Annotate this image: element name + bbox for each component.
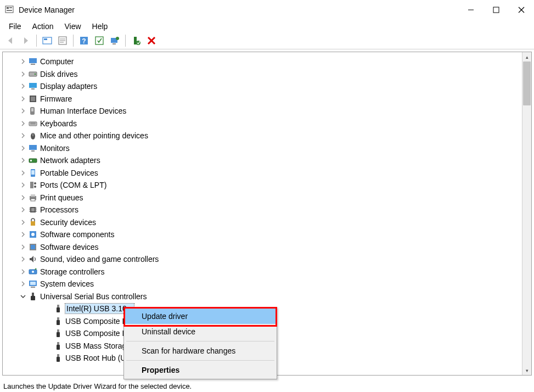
svg-rect-67 <box>30 282 36 285</box>
svg-rect-75 <box>57 329 59 332</box>
device-category[interactable]: Human Interface Devices <box>3 105 522 117</box>
device-category[interactable]: Ports (COM & LPT) <box>3 179 522 192</box>
tree-item-label: Monitors <box>40 144 70 153</box>
chevron-right-icon[interactable] <box>19 70 27 78</box>
svg-rect-80 <box>57 357 60 362</box>
context-menu-item[interactable]: Uninstall device <box>125 324 276 339</box>
device-category[interactable]: Universal Serial Bus controllers <box>3 290 522 303</box>
toolbar-properties-button[interactable] <box>55 33 70 48</box>
keyboard-icon <box>28 119 38 128</box>
device-category[interactable]: Display adapters <box>3 80 522 93</box>
chevron-right-icon[interactable] <box>19 268 27 276</box>
mouse-icon <box>28 131 38 141</box>
forward-button[interactable] <box>19 33 33 48</box>
tree-item-label: Ports (COM & LPT) <box>40 181 106 189</box>
device-category[interactable]: Monitors <box>3 142 522 155</box>
tree-item-label: USB Composite D <box>65 317 128 326</box>
chevron-right-icon[interactable] <box>19 231 27 238</box>
chevron-down-icon[interactable] <box>19 293 27 300</box>
chevron-right-icon[interactable] <box>19 144 27 152</box>
device-category[interactable]: Storage controllers <box>3 266 522 278</box>
device-category[interactable]: Processors <box>3 204 522 216</box>
chevron-right-icon[interactable] <box>19 169 27 177</box>
display-icon <box>28 81 38 91</box>
svg-rect-28 <box>29 83 37 88</box>
chevron-right-icon[interactable] <box>19 219 27 226</box>
device-category[interactable]: Software components <box>3 228 522 241</box>
chevron-right-icon[interactable] <box>19 58 27 65</box>
scan-button[interactable] <box>92 33 106 48</box>
chevron-right-icon[interactable] <box>19 156 27 164</box>
scroll-down-arrow[interactable]: ▾ <box>522 366 531 375</box>
svg-point-47 <box>34 186 36 188</box>
chevron-right-icon[interactable] <box>19 243 27 251</box>
device-category[interactable]: Mice and other pointing devices <box>3 130 522 142</box>
tree-item-label: Human Interface Devices <box>40 107 126 115</box>
menu-help[interactable]: Help <box>87 21 114 32</box>
svg-rect-40 <box>31 150 35 152</box>
tree-item-label: Display adapters <box>40 82 97 91</box>
ports-icon <box>28 180 38 190</box>
close-button[interactable] <box>509 0 534 20</box>
chevron-right-icon[interactable] <box>44 342 52 350</box>
menu-action[interactable]: Action <box>27 21 59 32</box>
device-category[interactable]: Keyboards <box>3 117 522 130</box>
device-category[interactable]: Portable Devices <box>3 167 522 180</box>
scrollbar-thumb[interactable] <box>523 61 531 105</box>
chevron-right-icon[interactable] <box>19 120 27 127</box>
chevron-right-icon[interactable] <box>44 317 52 325</box>
device-category[interactable]: Security devices <box>3 216 522 229</box>
device-category[interactable]: Computer <box>3 55 522 68</box>
device-category[interactable]: Firmware <box>3 93 522 105</box>
chevron-right-icon[interactable] <box>44 329 52 337</box>
maximize-button[interactable] <box>484 0 509 20</box>
menu-file[interactable]: File <box>3 21 27 32</box>
svg-rect-77 <box>57 342 59 345</box>
device-category[interactable]: System devices <box>3 278 522 290</box>
device-category[interactable]: Print queues <box>3 192 522 204</box>
title-bar: Device Manager <box>0 0 534 20</box>
context-menu-item[interactable]: Update driver <box>125 309 276 324</box>
tree-item-label: Security devices <box>40 218 96 227</box>
tree-item-label: Storage controllers <box>40 267 105 276</box>
svg-rect-2 <box>9 7 12 8</box>
toolbar: ? <box>0 33 534 49</box>
network-icon <box>28 155 38 165</box>
menu-view[interactable]: View <box>59 21 86 32</box>
chevron-right-icon[interactable] <box>19 280 27 288</box>
chevron-right-icon[interactable] <box>19 255 27 263</box>
chevron-right-icon[interactable] <box>19 206 27 214</box>
minimize-button[interactable] <box>458 0 484 20</box>
tree-item-label: USB Root Hub (US <box>65 354 131 362</box>
context-menu-item[interactable]: Properties <box>125 362 276 378</box>
chevron-right-icon[interactable] <box>19 194 27 201</box>
svg-rect-0 <box>5 6 13 13</box>
chevron-right-icon[interactable] <box>19 82 27 90</box>
chevron-right-icon[interactable] <box>44 305 52 312</box>
vertical-scrollbar[interactable]: ▴ ▾ <box>522 52 531 375</box>
device-category[interactable]: Disk drives <box>3 68 522 81</box>
svg-point-19 <box>116 37 119 40</box>
device-category[interactable]: Software devices <box>3 241 522 254</box>
svg-rect-18 <box>113 43 116 44</box>
device-category[interactable]: Network adapters <box>3 154 522 167</box>
svg-rect-16 <box>95 37 103 44</box>
scroll-up-arrow[interactable]: ▴ <box>522 52 531 61</box>
help-button[interactable]: ? <box>77 33 91 48</box>
back-button[interactable] <box>3 33 18 48</box>
chevron-right-icon[interactable] <box>19 107 27 115</box>
computer-icon <box>28 57 38 66</box>
chevron-right-icon[interactable] <box>19 132 27 139</box>
update-driver-button[interactable] <box>108 33 122 48</box>
chevron-right-icon[interactable] <box>19 95 27 103</box>
enable-device-button[interactable] <box>129 33 143 48</box>
chevron-right-icon[interactable] <box>19 181 27 189</box>
device-category[interactable]: Sound, video and game controllers <box>3 253 522 266</box>
show-hidden-button[interactable] <box>40 33 54 48</box>
scrollbar-track[interactable] <box>522 61 531 366</box>
tree-item-label: Universal Serial Bus controllers <box>40 292 147 301</box>
svg-rect-73 <box>57 317 59 320</box>
chevron-right-icon[interactable] <box>44 354 52 362</box>
uninstall-button[interactable] <box>144 33 159 48</box>
context-menu-item[interactable]: Scan for hardware changes <box>125 343 276 359</box>
